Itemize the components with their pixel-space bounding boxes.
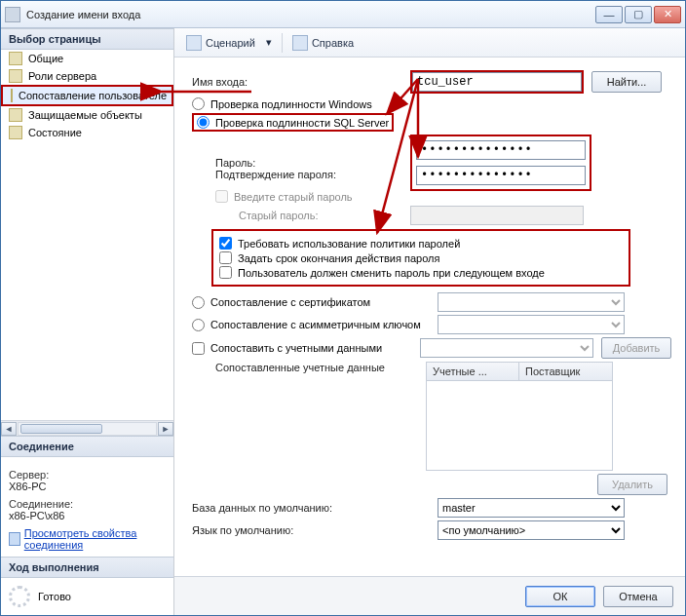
login-name-input[interactable]	[412, 72, 582, 92]
enforce-policy-checkbox[interactable]	[219, 237, 232, 250]
search-button[interactable]: Найти...	[591, 71, 662, 93]
map-credential-checkbox[interactable]	[192, 342, 205, 355]
password-input[interactable]	[416, 140, 586, 160]
default-db-select[interactable]: master	[438, 498, 625, 518]
map-certificate-radio[interactable]	[192, 296, 205, 309]
old-password-label: Старый пароль:	[192, 210, 402, 221]
connection-header: Соединение	[1, 436, 173, 457]
scroll-right-button[interactable]: ►	[158, 422, 173, 436]
minimize-button[interactable]: —	[595, 6, 623, 23]
enforce-expiration-label: Задать срок окончания действия пароля	[238, 252, 439, 264]
toolbar-separator	[282, 33, 283, 53]
th-credentials: Учетные ...	[427, 363, 519, 380]
map-certificate-label: Сопоставление с сертификатом	[210, 296, 370, 308]
auth-sql-radio[interactable]	[197, 116, 210, 129]
map-asym-key-label: Сопоставление с асимметричным ключом	[210, 319, 421, 330]
connection-label: Соединение:	[9, 498, 166, 510]
map-credential-label: Сопоставить с учетными данными	[210, 342, 382, 354]
enforce-policy-option[interactable]: Требовать использование политики паролей	[219, 237, 623, 250]
content-area: Имя входа: Найти... Проверка подлинности…	[174, 58, 685, 576]
titlebar[interactable]: Создание имени входа — ▢ ✕	[1, 1, 685, 28]
scroll-thumb[interactable]	[20, 424, 102, 434]
sidebar: Выбор страницы Общие Роли сервера Сопост…	[1, 28, 174, 615]
sidebar-item-label: Общие	[28, 53, 63, 64]
credentials-table-header: Учетные ... Поставщик	[426, 362, 613, 381]
close-button[interactable]: ✕	[654, 6, 681, 23]
remove-credential-button: Удалить	[597, 474, 667, 495]
connection-value: x86-PC\x86	[9, 510, 166, 521]
mapped-credentials-label: Сопоставленные учетные данные	[192, 362, 418, 373]
script-button[interactable]: Сценарий ▾	[182, 32, 276, 54]
scroll-left-button[interactable]: ◄	[1, 422, 17, 436]
page-icon	[11, 89, 13, 102]
sidebar-item-label: Роли сервера	[28, 70, 96, 82]
auth-windows-option[interactable]: Проверка подлинности Windows	[192, 97, 372, 110]
link-icon	[9, 532, 20, 546]
sidebar-item-user-mapping[interactable]: Сопоставление пользователе	[1, 85, 173, 106]
enforce-policy-label: Требовать использование политики паролей	[238, 238, 460, 250]
scroll-track[interactable]	[18, 422, 157, 436]
confirm-password-label: Подтверждение пароля:	[192, 169, 402, 180]
ok-button[interactable]: ОК	[525, 586, 595, 607]
specify-old-password-option: Введите старый пароль	[215, 190, 353, 203]
maximize-button[interactable]: ▢	[625, 6, 652, 23]
login-name-label: Имя входа:	[192, 76, 402, 88]
certificate-select	[438, 292, 625, 312]
sidebar-hscrollbar[interactable]: ◄ ►	[1, 420, 173, 436]
auth-sql-label: Проверка подлинности SQL Server	[215, 117, 389, 129]
progress-status: Готово	[38, 591, 71, 602]
sidebar-item-label: Состояние	[28, 127, 82, 138]
default-db-label: База данных по умолчанию:	[192, 502, 430, 514]
specify-old-password-label: Введите старый пароль	[234, 191, 353, 203]
password-label: Пароль:	[192, 157, 402, 169]
sidebar-item-status[interactable]: Состояние	[1, 124, 173, 141]
script-label: Сценарий	[206, 37, 255, 49]
window-buttons: — ▢ ✕	[595, 6, 681, 23]
main-panel: Сценарий ▾ Справка Имя входа: Найти...	[174, 28, 685, 615]
progress-panel: Готово	[1, 578, 173, 615]
confirm-password-input[interactable]	[416, 166, 586, 185]
map-credential-option[interactable]: Сопоставить с учетными данными	[192, 342, 412, 355]
enforce-expiration-option[interactable]: Задать срок окончания действия пароля	[219, 251, 623, 264]
server-value: X86-PC	[9, 481, 166, 492]
must-change-label: Пользователь должен сменить пароль при с…	[238, 267, 545, 279]
cancel-button[interactable]: Отмена	[603, 586, 673, 607]
sidebar-item-server-roles[interactable]: Роли сервера	[1, 67, 173, 85]
default-lang-label: Язык по умолчанию:	[192, 524, 430, 536]
sidebar-item-securables[interactable]: Защищаемые объекты	[1, 106, 173, 124]
default-lang-select[interactable]: <по умолчанию>	[438, 520, 625, 540]
view-connection-props-link[interactable]: Просмотреть свойства соединения	[9, 527, 166, 551]
app-icon	[5, 7, 20, 22]
script-icon	[186, 35, 202, 51]
asym-key-select	[438, 315, 625, 334]
dialog-window: Создание имени входа — ▢ ✕ Выбор страниц…	[0, 0, 686, 616]
toolbar: Сценарий ▾ Справка	[174, 28, 685, 58]
progress-icon	[9, 586, 30, 607]
map-asym-key-radio[interactable]	[192, 319, 205, 331]
sidebar-item-general[interactable]: Общие	[1, 50, 173, 67]
help-button[interactable]: Справка	[288, 32, 358, 54]
must-change-checkbox[interactable]	[219, 266, 232, 279]
auth-sql-option[interactable]: Проверка подлинности SQL Server	[197, 116, 389, 129]
specify-old-password-checkbox	[215, 190, 228, 203]
map-certificate-option[interactable]: Сопоставление с сертификатом	[192, 296, 430, 309]
page-list: Общие Роли сервера Сопоставление пользов…	[1, 50, 173, 141]
credentials-table-body[interactable]	[426, 381, 613, 471]
must-change-option[interactable]: Пользователь должен сменить пароль при с…	[219, 266, 623, 279]
th-provider: Поставщик	[519, 363, 612, 380]
dialog-body: Выбор страницы Общие Роли сервера Сопост…	[1, 28, 685, 615]
connection-panel: Сервер: X86-PC Соединение: x86-PC\x86 Пр…	[1, 457, 173, 557]
old-password-input	[410, 206, 584, 225]
help-label: Справка	[312, 37, 354, 49]
auth-windows-radio[interactable]	[192, 97, 205, 110]
credential-select	[420, 338, 593, 358]
page-icon	[9, 126, 22, 139]
page-icon	[9, 52, 22, 65]
map-asym-key-option[interactable]: Сопоставление с асимметричным ключом	[192, 319, 430, 331]
window-title: Создание имени входа	[26, 9, 595, 20]
sidebar-item-label: Сопоставление пользователе	[19, 90, 167, 101]
page-icon	[9, 108, 22, 122]
auth-windows-label: Проверка подлинности Windows	[210, 98, 372, 110]
enforce-expiration-checkbox[interactable]	[219, 251, 232, 264]
sidebar-item-label: Защищаемые объекты	[28, 109, 142, 121]
